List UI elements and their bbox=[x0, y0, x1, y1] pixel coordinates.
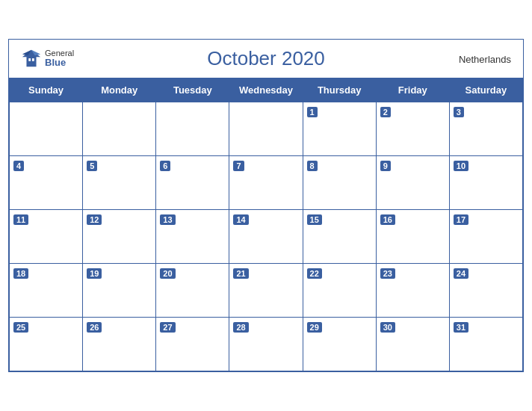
day-number: 17 bbox=[454, 214, 468, 225]
day-number: 25 bbox=[13, 322, 28, 333]
calendar-week-row: 18192021222324 bbox=[10, 264, 523, 318]
calendar-day-cell bbox=[10, 102, 83, 156]
calendar-day-cell: 29 bbox=[303, 318, 376, 371]
day-number: 24 bbox=[454, 268, 468, 279]
day-number: 3 bbox=[454, 107, 464, 117]
calendar-week-row: 11121314151617 bbox=[10, 210, 523, 264]
calendar-day-cell: 19 bbox=[83, 264, 156, 318]
calendar-day-cell: 20 bbox=[156, 264, 229, 318]
calendar-day-cell: 27 bbox=[156, 318, 229, 371]
day-number: 23 bbox=[380, 268, 395, 279]
header-saturday: Saturday bbox=[449, 78, 522, 102]
day-number: 19 bbox=[87, 268, 102, 279]
day-number: 31 bbox=[454, 322, 468, 333]
day-number: 15 bbox=[307, 214, 322, 225]
calendar-day-cell: 6 bbox=[156, 156, 229, 210]
calendar-day-cell: 14 bbox=[229, 210, 303, 264]
day-number: 22 bbox=[307, 268, 322, 279]
calendar-day-cell: 23 bbox=[376, 264, 449, 318]
day-number: 10 bbox=[454, 161, 468, 171]
logo: General Blue bbox=[21, 49, 74, 69]
day-number: 13 bbox=[160, 214, 175, 225]
day-number: 4 bbox=[13, 161, 24, 171]
logo-bird-icon bbox=[21, 49, 42, 69]
calendar-day-cell: 9 bbox=[376, 156, 449, 210]
calendar-day-cell: 7 bbox=[229, 156, 303, 210]
calendar-day-cell: 28 bbox=[229, 318, 303, 371]
calendar-container: General Blue October 2020 Netherlands Su… bbox=[8, 39, 524, 372]
calendar-day-cell: 10 bbox=[449, 156, 522, 210]
day-number: 6 bbox=[160, 161, 170, 171]
calendar-day-cell: 11 bbox=[10, 210, 83, 264]
calendar-day-cell: 17 bbox=[449, 210, 522, 264]
calendar-day-cell: 1 bbox=[303, 102, 376, 156]
day-number: 28 bbox=[233, 322, 248, 333]
weekday-header-row: Sunday Monday Tuesday Wednesday Thursday… bbox=[10, 78, 523, 102]
calendar-day-cell bbox=[83, 102, 156, 156]
day-number: 30 bbox=[380, 322, 395, 333]
calendar-day-cell: 21 bbox=[229, 264, 303, 318]
day-number: 9 bbox=[380, 161, 391, 171]
day-number: 27 bbox=[160, 322, 175, 333]
day-number: 20 bbox=[160, 268, 175, 279]
svg-rect-3 bbox=[28, 58, 31, 61]
calendar-title: October 2020 bbox=[207, 47, 325, 70]
calendar-week-row: 25262728293031 bbox=[10, 318, 523, 371]
calendar-thead: Sunday Monday Tuesday Wednesday Thursday… bbox=[10, 78, 523, 102]
calendar-day-cell: 22 bbox=[303, 264, 376, 318]
country-label: Netherlands bbox=[459, 53, 511, 64]
day-number: 2 bbox=[380, 107, 391, 117]
calendar-day-cell: 5 bbox=[83, 156, 156, 210]
calendar-day-cell: 16 bbox=[376, 210, 449, 264]
header-thursday: Thursday bbox=[303, 78, 376, 102]
calendar-day-cell: 26 bbox=[83, 318, 156, 371]
day-number: 29 bbox=[307, 322, 322, 333]
header-monday: Monday bbox=[83, 78, 156, 102]
day-number: 7 bbox=[233, 161, 244, 171]
day-number: 18 bbox=[13, 268, 28, 279]
day-number: 14 bbox=[233, 214, 248, 225]
calendar-day-cell: 25 bbox=[10, 318, 83, 371]
calendar-day-cell: 18 bbox=[10, 264, 83, 318]
logo-blue-label: Blue bbox=[45, 58, 74, 68]
day-number: 8 bbox=[307, 161, 318, 171]
calendar-week-row: 45678910 bbox=[10, 156, 523, 210]
calendar-day-cell: 3 bbox=[449, 102, 522, 156]
day-number: 16 bbox=[380, 214, 395, 225]
calendar-day-cell: 4 bbox=[10, 156, 83, 210]
svg-marker-0 bbox=[22, 49, 40, 66]
day-number: 12 bbox=[87, 214, 102, 225]
calendar-week-row: 123 bbox=[10, 102, 523, 156]
day-number: 5 bbox=[87, 161, 97, 171]
day-number: 1 bbox=[307, 107, 318, 117]
calendar-header: General Blue October 2020 Netherlands bbox=[9, 40, 523, 78]
day-number: 11 bbox=[13, 214, 28, 225]
calendar-day-cell: 8 bbox=[303, 156, 376, 210]
calendar-body: 1234567891011121314151617181920212223242… bbox=[10, 102, 523, 371]
calendar-day-cell: 24 bbox=[449, 264, 522, 318]
calendar-day-cell: 31 bbox=[449, 318, 522, 371]
day-number: 21 bbox=[233, 268, 248, 279]
calendar-day-cell: 30 bbox=[376, 318, 449, 371]
calendar-day-cell: 2 bbox=[376, 102, 449, 156]
calendar-day-cell bbox=[156, 102, 229, 156]
calendar-day-cell: 13 bbox=[156, 210, 229, 264]
header-wednesday: Wednesday bbox=[229, 78, 303, 102]
header-tuesday: Tuesday bbox=[156, 78, 229, 102]
header-sunday: Sunday bbox=[10, 78, 83, 102]
day-number: 26 bbox=[87, 322, 102, 333]
calendar-day-cell: 12 bbox=[83, 210, 156, 264]
header-friday: Friday bbox=[376, 78, 449, 102]
calendar-day-cell bbox=[229, 102, 303, 156]
svg-rect-4 bbox=[32, 58, 34, 61]
calendar-grid: Sunday Monday Tuesday Wednesday Thursday… bbox=[9, 78, 523, 371]
calendar-day-cell: 15 bbox=[303, 210, 376, 264]
logo-text: General Blue bbox=[45, 49, 74, 68]
